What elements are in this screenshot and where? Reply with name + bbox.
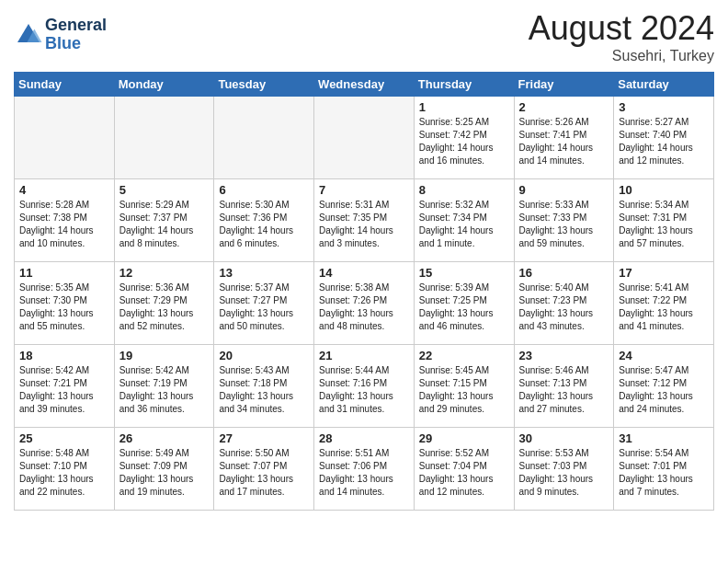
calendar-cell: 29Sunrise: 5:52 AM Sunset: 7:04 PM Dayli… xyxy=(414,428,514,511)
calendar-cell: 25Sunrise: 5:48 AM Sunset: 7:10 PM Dayli… xyxy=(15,428,115,511)
calendar-cell: 31Sunrise: 5:54 AM Sunset: 7:01 PM Dayli… xyxy=(614,428,714,511)
day-number: 14 xyxy=(319,266,409,280)
calendar-cell: 9Sunrise: 5:33 AM Sunset: 7:33 PM Daylig… xyxy=(514,179,614,262)
calendar-cell: 5Sunrise: 5:29 AM Sunset: 7:37 PM Daylig… xyxy=(114,179,214,262)
calendar-cell: 10Sunrise: 5:34 AM Sunset: 7:31 PM Dayli… xyxy=(614,179,714,262)
calendar-cell: 11Sunrise: 5:35 AM Sunset: 7:30 PM Dayli… xyxy=(15,262,115,345)
day-info: Sunrise: 5:31 AM Sunset: 7:35 PM Dayligh… xyxy=(319,199,409,250)
day-number: 12 xyxy=(119,266,210,280)
calendar-week-3: 11Sunrise: 5:35 AM Sunset: 7:30 PM Dayli… xyxy=(15,262,714,345)
day-number: 27 xyxy=(219,431,309,445)
day-info: Sunrise: 5:53 AM Sunset: 7:03 PM Dayligh… xyxy=(519,447,609,499)
day-number: 24 xyxy=(619,349,709,362)
calendar-cell: 21Sunrise: 5:44 AM Sunset: 7:16 PM Dayli… xyxy=(314,345,415,428)
day-info: Sunrise: 5:29 AM Sunset: 7:37 PM Dayligh… xyxy=(119,199,210,250)
day-number: 31 xyxy=(619,431,709,445)
logo: General Blue xyxy=(14,17,107,53)
column-header-saturday: Saturday xyxy=(614,73,714,97)
day-info: Sunrise: 5:33 AM Sunset: 7:33 PM Dayligh… xyxy=(519,199,609,250)
calendar-cell: 8Sunrise: 5:32 AM Sunset: 7:34 PM Daylig… xyxy=(414,179,514,262)
calendar-cell: 6Sunrise: 5:30 AM Sunset: 7:36 PM Daylig… xyxy=(214,179,314,262)
calendar-cell xyxy=(114,97,214,179)
column-header-tuesday: Tuesday xyxy=(214,73,314,97)
calendar-cell: 12Sunrise: 5:36 AM Sunset: 7:29 PM Dayli… xyxy=(114,262,214,345)
day-number: 6 xyxy=(219,183,309,197)
calendar-cell: 13Sunrise: 5:37 AM Sunset: 7:27 PM Dayli… xyxy=(214,262,314,345)
day-number: 4 xyxy=(19,183,109,197)
day-number: 13 xyxy=(219,266,309,280)
day-info: Sunrise: 5:39 AM Sunset: 7:25 PM Dayligh… xyxy=(419,282,509,333)
logo-icon xyxy=(14,20,43,50)
calendar-cell: 7Sunrise: 5:31 AM Sunset: 7:35 PM Daylig… xyxy=(314,179,415,262)
day-info: Sunrise: 5:42 AM Sunset: 7:21 PM Dayligh… xyxy=(19,364,109,416)
location: Susehri, Turkey xyxy=(529,48,714,64)
calendar-cell: 16Sunrise: 5:40 AM Sunset: 7:23 PM Dayli… xyxy=(514,262,614,345)
day-info: Sunrise: 5:28 AM Sunset: 7:38 PM Dayligh… xyxy=(19,199,109,250)
calendar-cell: 14Sunrise: 5:38 AM Sunset: 7:26 PM Dayli… xyxy=(314,262,415,345)
calendar-cell: 17Sunrise: 5:41 AM Sunset: 7:22 PM Dayli… xyxy=(614,262,714,345)
day-number: 28 xyxy=(319,431,409,445)
day-number: 16 xyxy=(519,266,609,280)
day-info: Sunrise: 5:52 AM Sunset: 7:04 PM Dayligh… xyxy=(419,447,509,499)
calendar-week-1: 1Sunrise: 5:25 AM Sunset: 7:42 PM Daylig… xyxy=(15,97,714,179)
calendar-cell: 1Sunrise: 5:25 AM Sunset: 7:42 PM Daylig… xyxy=(414,97,514,179)
day-info: Sunrise: 5:37 AM Sunset: 7:27 PM Dayligh… xyxy=(219,282,309,333)
day-number: 3 xyxy=(619,100,709,114)
calendar-header-row: SundayMondayTuesdayWednesdayThursdayFrid… xyxy=(15,73,714,97)
day-info: Sunrise: 5:42 AM Sunset: 7:19 PM Dayligh… xyxy=(119,364,210,416)
day-info: Sunrise: 5:44 AM Sunset: 7:16 PM Dayligh… xyxy=(319,364,409,416)
day-info: Sunrise: 5:45 AM Sunset: 7:15 PM Dayligh… xyxy=(419,364,509,416)
logo-general: General xyxy=(45,16,107,34)
calendar-cell: 20Sunrise: 5:43 AM Sunset: 7:18 PM Dayli… xyxy=(214,345,314,428)
day-info: Sunrise: 5:47 AM Sunset: 7:12 PM Dayligh… xyxy=(619,364,709,416)
calendar-cell: 26Sunrise: 5:49 AM Sunset: 7:09 PM Dayli… xyxy=(114,428,214,511)
day-number: 1 xyxy=(419,100,509,114)
logo-blue: Blue xyxy=(45,34,81,52)
calendar-cell xyxy=(15,97,115,179)
calendar-cell: 15Sunrise: 5:39 AM Sunset: 7:25 PM Dayli… xyxy=(414,262,514,345)
day-number: 19 xyxy=(119,349,210,362)
month-year: August 2024 xyxy=(529,9,714,48)
day-number: 15 xyxy=(419,266,509,280)
day-info: Sunrise: 5:32 AM Sunset: 7:34 PM Dayligh… xyxy=(419,199,509,250)
day-number: 11 xyxy=(19,266,109,280)
day-number: 7 xyxy=(319,183,409,197)
day-info: Sunrise: 5:48 AM Sunset: 7:10 PM Dayligh… xyxy=(19,447,109,499)
day-info: Sunrise: 5:49 AM Sunset: 7:09 PM Dayligh… xyxy=(119,447,210,499)
day-number: 30 xyxy=(519,431,609,445)
calendar-cell xyxy=(314,97,415,179)
column-header-thursday: Thursday xyxy=(414,73,514,97)
calendar-cell: 19Sunrise: 5:42 AM Sunset: 7:19 PM Dayli… xyxy=(114,345,214,428)
title-block: August 2024 Susehri, Turkey xyxy=(529,9,714,64)
calendar-table: SundayMondayTuesdayWednesdayThursdayFrid… xyxy=(14,72,714,511)
page-header: General Blue August 2024 Susehri, Turkey xyxy=(14,9,714,64)
calendar-cell: 27Sunrise: 5:50 AM Sunset: 7:07 PM Dayli… xyxy=(214,428,314,511)
calendar-cell: 4Sunrise: 5:28 AM Sunset: 7:38 PM Daylig… xyxy=(15,179,115,262)
calendar-week-4: 18Sunrise: 5:42 AM Sunset: 7:21 PM Dayli… xyxy=(15,345,714,428)
day-info: Sunrise: 5:35 AM Sunset: 7:30 PM Dayligh… xyxy=(19,282,109,333)
day-info: Sunrise: 5:40 AM Sunset: 7:23 PM Dayligh… xyxy=(519,282,609,333)
day-info: Sunrise: 5:41 AM Sunset: 7:22 PM Dayligh… xyxy=(619,282,709,333)
day-info: Sunrise: 5:51 AM Sunset: 7:06 PM Dayligh… xyxy=(319,447,409,499)
day-info: Sunrise: 5:34 AM Sunset: 7:31 PM Dayligh… xyxy=(619,199,709,250)
calendar-cell: 24Sunrise: 5:47 AM Sunset: 7:12 PM Dayli… xyxy=(614,345,714,428)
day-number: 23 xyxy=(519,349,609,362)
calendar-cell: 28Sunrise: 5:51 AM Sunset: 7:06 PM Dayli… xyxy=(314,428,415,511)
day-number: 10 xyxy=(619,183,709,197)
day-info: Sunrise: 5:54 AM Sunset: 7:01 PM Dayligh… xyxy=(619,447,709,499)
day-number: 21 xyxy=(319,349,409,362)
day-info: Sunrise: 5:26 AM Sunset: 7:41 PM Dayligh… xyxy=(519,116,609,167)
day-info: Sunrise: 5:50 AM Sunset: 7:07 PM Dayligh… xyxy=(219,447,309,499)
column-header-sunday: Sunday xyxy=(15,73,115,97)
day-number: 25 xyxy=(19,431,109,445)
calendar-cell: 23Sunrise: 5:46 AM Sunset: 7:13 PM Dayli… xyxy=(514,345,614,428)
calendar-week-2: 4Sunrise: 5:28 AM Sunset: 7:38 PM Daylig… xyxy=(15,179,714,262)
calendar-cell xyxy=(214,97,314,179)
day-number: 22 xyxy=(419,349,509,362)
day-info: Sunrise: 5:27 AM Sunset: 7:40 PM Dayligh… xyxy=(619,116,709,167)
calendar-cell: 30Sunrise: 5:53 AM Sunset: 7:03 PM Dayli… xyxy=(514,428,614,511)
day-number: 18 xyxy=(19,349,109,362)
day-info: Sunrise: 5:25 AM Sunset: 7:42 PM Dayligh… xyxy=(419,116,509,167)
calendar-cell: 2Sunrise: 5:26 AM Sunset: 7:41 PM Daylig… xyxy=(514,97,614,179)
day-info: Sunrise: 5:46 AM Sunset: 7:13 PM Dayligh… xyxy=(519,364,609,416)
